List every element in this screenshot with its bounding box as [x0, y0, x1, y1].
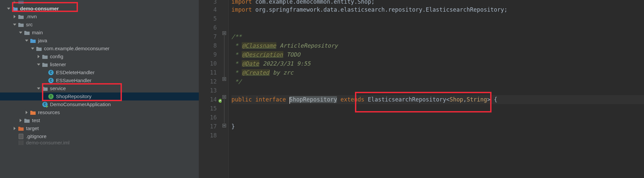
tree-item-gitignore[interactable]: .gitignore: [0, 132, 199, 140]
tree-item-truncated[interactable]: [0, 1, 199, 5]
tree-item-essave[interactable]: C ESSaveHandler: [0, 77, 199, 85]
package-icon: [42, 54, 48, 60]
tree-item-listener[interactable]: listener: [0, 61, 199, 69]
project-tree[interactable]: demo-consumer .mvn src main java: [0, 0, 199, 178]
tree-label: main: [32, 29, 43, 37]
module-folder-icon: [18, 1, 24, 5]
chevron-right-icon: [12, 1, 17, 5]
tree-label: java: [38, 37, 47, 45]
code-line: */: [231, 77, 644, 86]
tree-item-esdelete[interactable]: C ESDeleteHandler: [0, 69, 199, 77]
fold-line: [224, 35, 224, 79]
runnable-class-icon: C: [42, 101, 48, 107]
code-area[interactable]: import com.example.democommon.entity.Sho…: [229, 0, 644, 178]
chevron-right-icon: [12, 14, 17, 19]
folder-icon: [18, 22, 24, 28]
file-icon: [18, 133, 24, 139]
code-line: * @Description TODO: [231, 50, 644, 59]
code-line: * @Date 2022/3/31 9:55: [231, 59, 644, 68]
line-number: 14: [210, 96, 217, 103]
chevron-right-icon: [18, 118, 23, 123]
file-icon: [18, 140, 24, 145]
fold-toggle[interactable]: [222, 95, 226, 99]
interface-icon: I: [48, 93, 54, 99]
tree-item-test[interactable]: test: [0, 116, 199, 124]
folder-icon: [18, 14, 24, 20]
tree-item-appclass[interactable]: C DemoConsumerApplication: [0, 100, 199, 108]
class-icon: C: [48, 70, 54, 76]
tree-item-demo-consumer[interactable]: demo-consumer: [0, 5, 199, 13]
tree-label: ESSaveHandler: [56, 77, 92, 85]
code-line: [231, 113, 644, 122]
tree-item-mvn[interactable]: .mvn: [0, 13, 199, 21]
tree-label: target: [26, 124, 39, 132]
chevron-down-icon: [12, 22, 17, 27]
code-line: import org.springframework.data.elastics…: [231, 5, 644, 14]
text-caret: [289, 97, 290, 104]
code-line: [231, 14, 644, 23]
line-number: 12: [210, 78, 217, 85]
fold-toggle[interactable]: [222, 124, 226, 127]
line-number: 16: [210, 114, 217, 121]
tree-item-service[interactable]: service: [0, 85, 199, 92]
package-icon: [42, 62, 48, 68]
tree-label: demo-consumer.iml: [26, 140, 70, 145]
tree-label: service: [50, 85, 66, 92]
tree-item-main[interactable]: main: [0, 29, 199, 37]
code-line: * @Classname ArticleRepository: [231, 41, 644, 50]
fold-gutter[interactable]: [221, 0, 229, 178]
code-line: }: [231, 122, 644, 131]
tree-label: .mvn: [26, 13, 37, 21]
code-line: import com.example.democommon.entity.Sho…: [231, 0, 644, 5]
line-number: 11: [210, 69, 217, 76]
line-number: 6: [213, 24, 217, 31]
line-number: 3: [213, 0, 217, 5]
line-number: 5: [213, 15, 217, 22]
tree-item-src[interactable]: src: [0, 21, 199, 29]
tree-item-package[interactable]: com.example.democonsumer: [0, 45, 199, 53]
line-gutter: 3 4 5 6 7 8 9 10 11 12 13 14 15 16 17 18: [199, 0, 221, 178]
module-folder-icon: [12, 6, 18, 12]
tree-label: test: [32, 116, 40, 124]
fold-toggle[interactable]: [222, 77, 226, 81]
tree-item-iml[interactable]: demo-consumer.iml: [0, 140, 199, 145]
line-number: 13: [210, 87, 217, 94]
fold-toggle[interactable]: [222, 31, 226, 35]
tree-item-resources[interactable]: resources: [0, 108, 199, 116]
line-number: 8: [213, 42, 217, 49]
code-line: [231, 131, 644, 140]
tree-item-config[interactable]: config: [0, 53, 199, 61]
chevron-right-icon: [24, 110, 29, 115]
tree-label: config: [50, 53, 63, 61]
line-number: 7: [213, 33, 217, 40]
tree-label: .gitignore: [26, 132, 47, 140]
folder-icon: [24, 30, 30, 36]
line-number: 9: [213, 51, 217, 58]
code-editor[interactable]: 3 4 5 6 7 8 9 10 11 12 13 14 15 16 17 18: [199, 0, 644, 178]
tree-label: resources: [38, 108, 60, 116]
chevron-down-icon: [6, 6, 11, 11]
tree-label: DemoConsumerApplication: [50, 100, 111, 108]
chevron-down-icon: [36, 62, 41, 67]
tree-item-shoprepository[interactable]: I ShopRepository: [0, 92, 199, 100]
chevron-right-icon: [12, 126, 17, 131]
package-icon: [42, 86, 48, 91]
tree-label: ESDeleteHandler: [56, 69, 95, 77]
code-line: [231, 23, 644, 32]
line-number: 18: [210, 132, 217, 139]
highlight-box: [355, 92, 491, 112]
chevron-right-icon: [36, 54, 41, 59]
tree-item-target[interactable]: target: [0, 124, 199, 132]
resources-folder-icon: [30, 109, 36, 115]
line-number: 15: [210, 105, 217, 112]
chevron-down-icon: [30, 46, 35, 51]
line-number: 10: [210, 60, 217, 67]
code-line: * @Created by zrc: [231, 68, 644, 77]
tree-item-java[interactable]: java: [0, 37, 199, 45]
tree-label: src: [26, 21, 33, 29]
fold-line: [224, 99, 224, 123]
chevron-down-icon: [36, 86, 41, 91]
package-icon: [36, 46, 42, 52]
line-number: 17: [210, 123, 217, 130]
line-number: 4: [213, 6, 217, 13]
